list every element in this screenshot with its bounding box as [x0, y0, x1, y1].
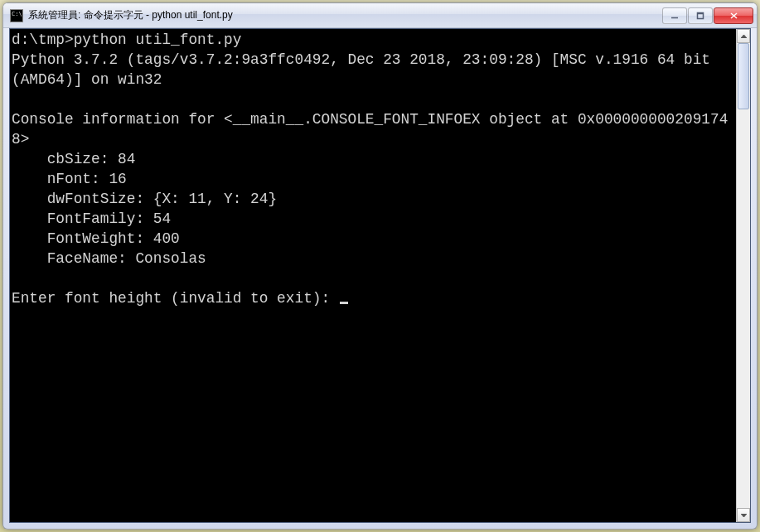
prompt: d:\tmp>	[12, 31, 74, 48]
info-header: Console information for <__main__.CONSOL…	[12, 111, 728, 148]
maximize-button[interactable]	[688, 7, 713, 24]
field-cbsize: cbSize: 84	[47, 151, 136, 167]
window-buttons	[662, 7, 753, 24]
console-window: 系統管理員: 命令提示字元 - python util_font.py d:\t…	[2, 2, 758, 530]
chevron-down-icon	[741, 514, 747, 517]
field-facename: FaceName: Consolas	[47, 250, 206, 267]
minimize-icon	[670, 12, 679, 20]
scrollbar-thumb[interactable]	[738, 43, 749, 109]
svg-marker-5	[741, 35, 747, 38]
input-prompt: Enter font height (invalid to exit):	[12, 290, 339, 307]
field-dwfontsize: dwFontSize: {X: 11, Y: 24}	[47, 191, 277, 207]
window-title: 系統管理員: 命令提示字元 - python util_font.py	[28, 8, 662, 22]
command: python util_font.py	[74, 31, 242, 48]
minimize-button[interactable]	[662, 7, 687, 24]
chevron-up-icon	[741, 35, 747, 38]
client-area: d:\tmp>python util_font.py Python 3.7.2 …	[9, 28, 751, 523]
cursor	[340, 302, 348, 304]
vertical-scrollbar[interactable]	[736, 29, 750, 522]
scrollbar-track[interactable]	[737, 43, 750, 508]
field-fontfamily: FontFamily: 54	[47, 210, 171, 227]
scroll-down-button[interactable]	[737, 508, 750, 522]
field-nfont: nFont: 16	[47, 171, 127, 187]
console-output[interactable]: d:\tmp>python util_font.py Python 3.7.2 …	[10, 29, 736, 522]
maximize-icon	[696, 12, 704, 20]
titlebar[interactable]: 系統管理員: 命令提示字元 - python util_font.py	[3, 3, 757, 28]
close-button[interactable]	[714, 7, 753, 24]
scroll-up-button[interactable]	[737, 29, 750, 43]
python-version: Python 3.7.2 (tags/v3.7.2:9a3ffc0492, De…	[12, 51, 719, 88]
cmd-icon	[10, 9, 23, 22]
svg-marker-6	[741, 514, 747, 517]
field-fontweight: FontWeight: 400	[47, 230, 180, 247]
close-icon	[729, 12, 738, 20]
